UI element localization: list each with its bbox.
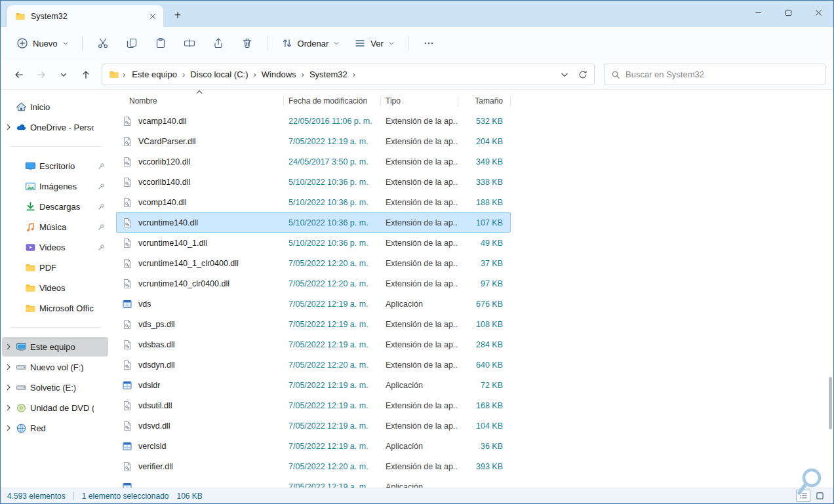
sidebar-item-videos[interactable]: Videos [2,237,108,257]
table-row[interactable]: vdsbas.dll 7/05/2022 12:19 a. m. Extensi… [116,334,511,355]
maximize-button[interactable] [773,1,803,24]
search-input[interactable] [626,69,818,79]
view-button[interactable]: Ver [348,32,401,54]
column-header-type[interactable]: Tipo [381,92,458,109]
breadcrumb-separator-icon[interactable]: › [351,69,357,79]
chevron-right-icon[interactable] [14,162,22,170]
share-button[interactable] [205,32,232,54]
breadcrumb-separator-icon[interactable]: › [251,69,258,79]
thumbnails-view-button[interactable] [812,490,827,502]
table-row[interactable]: vds_ps.dll 7/05/2022 12:19 a. m. Extensi… [116,314,511,334]
breadcrumb-separator-icon[interactable]: › [300,69,306,79]
sidebar-item-música[interactable]: Música [2,217,108,237]
rename-button[interactable] [176,32,203,54]
table-row[interactable]: vds 7/05/2022 12:19 a. m. Aplicación 676… [116,294,511,314]
address-dropdown-chevron-icon[interactable] [560,70,569,79]
paste-button[interactable] [147,32,174,54]
sidebar-item-inicio[interactable]: Inicio [2,97,108,117]
up-button[interactable] [75,64,96,85]
sidebar-item-unidad-de-dvd-d[interactable]: Unidad de DVD (D:) [2,398,108,417]
table-row[interactable]: vcruntime140_clr0400.dll 7/05/2022 12:20… [116,273,511,294]
more-options-button[interactable] [415,32,443,54]
table-row[interactable]: vcamp140.dll 22/05/2016 11:06 p. m. Exte… [116,111,511,131]
cell-name: vcruntime140_1_clr0400.dll [116,258,284,269]
table-row[interactable]: 7/05/2022 12:19 a. m. Aplicación [116,476,511,488]
chevron-right-icon[interactable] [5,363,12,371]
folder-icon [25,303,36,314]
chevron-right-icon[interactable] [14,284,22,292]
chevron-right-icon[interactable] [14,223,22,231]
table-row[interactable]: vcruntime140.dll 5/10/2022 10:36 p. m. E… [116,212,511,233]
table-row[interactable]: vdsdyn.dll 7/05/2022 12:20 a. m. Extensi… [116,355,511,375]
file-date: 7/05/2022 12:19 a. m. [284,482,381,488]
file-explorer-window: System32 + Nuevo [0,0,834,504]
pin-icon [97,223,106,231]
chevron-right-icon[interactable] [5,343,12,351]
minimize-button[interactable] [743,1,773,24]
tab-close-icon[interactable] [146,10,159,23]
sidebar-item-escritorio[interactable]: Escritorio [2,156,108,176]
table-row[interactable]: vdsvd.dll 7/05/2022 12:19 a. m. Extensió… [116,416,511,436]
pin-icon [97,424,106,433]
breadcrumb-item[interactable]: Este equipo [129,68,180,81]
back-button[interactable] [9,64,30,85]
chevron-right-icon[interactable] [5,404,12,412]
new-button[interactable]: Nuevo [10,32,75,54]
sidebar-item-pdf[interactable]: PDF [2,258,108,277]
chevron-right-icon[interactable] [14,203,22,210]
sidebar-item-descargas[interactable]: Descargas [2,197,108,216]
file-date: 22/05/2016 11:06 p. m. [284,117,381,126]
column-header-size[interactable]: Tamaño [458,92,511,109]
details-view-button[interactable] [796,490,810,502]
table-row[interactable]: verclsid 7/05/2022 12:19 a. m. Aplicació… [116,436,511,456]
table-row[interactable]: vcruntime140_1.dll 5/10/2022 10:36 p. m.… [116,233,511,253]
chevron-right-icon[interactable] [5,424,12,432]
table-row[interactable]: vcomp140.dll 5/10/2022 10:36 p. m. Exten… [116,192,511,212]
forward-button[interactable] [31,64,52,85]
file-type: Extensión de la ap... [381,360,458,370]
chevron-right-icon[interactable] [14,263,22,271]
sidebar-item-solvetic-e[interactable]: Solvetic (E:) [2,378,108,397]
chevron-right-icon[interactable] [5,123,12,131]
recent-locations-button[interactable] [53,64,74,85]
table-row[interactable]: vccorlib120.dll 24/05/2017 3:50 p. m. Ex… [116,151,511,172]
vertical-scrollbar-thumb[interactable] [829,377,832,429]
table-row[interactable]: vccorlib140.dll 5/10/2022 10:36 p. m. Ex… [116,172,511,192]
table-row[interactable]: vdsldr 7/05/2022 12:19 a. m. Aplicación … [116,375,511,395]
breadcrumb-item[interactable]: System32 [306,68,351,81]
cut-button[interactable] [89,32,117,54]
tab-system32[interactable]: System32 [7,5,163,27]
table-row[interactable]: verifier.dll 7/05/2022 12:20 a. m. Exten… [116,456,511,476]
chevron-right-icon[interactable] [5,383,12,391]
sidebar-item-imágenes[interactable]: Imágenes [2,176,108,196]
address-bar[interactable]: › Este equipo›Disco local (C:)›Windows›S… [102,64,595,85]
table-row[interactable]: vcruntime140_1_clr0400.dll 7/05/2022 12:… [116,253,511,273]
table-row[interactable]: vdsutil.dll 7/05/2022 12:19 a. m. Extens… [116,395,511,416]
chevron-right-icon[interactable] [14,182,22,190]
new-tab-button[interactable]: + [169,7,187,24]
refresh-icon[interactable] [578,70,587,79]
copy-button[interactable] [118,32,146,54]
column-header-name[interactable]: Nombre [116,92,284,109]
breadcrumb-separator-icon[interactable]: › [180,69,187,79]
delete-button[interactable] [233,32,261,54]
sidebar-item-onedrive-persona[interactable]: OneDrive - Persona [2,117,108,137]
chevron-right-icon[interactable] [14,304,22,312]
sort-button[interactable]: Ordenar [275,32,347,54]
search-box[interactable] [604,64,825,85]
column-header-date[interactable]: Fecha de modificación [284,92,381,109]
sidebar-item-videos[interactable]: Videos [2,278,108,298]
sidebar-item-microsoft-office-20[interactable]: Microsoft Office 20 [2,298,108,318]
dll-file-icon [122,360,132,370]
chevron-right-icon[interactable] [14,243,22,251]
sidebar-item-nuevo-vol-f[interactable]: Nuevo vol (F:) [2,357,108,377]
table-row[interactable]: VCardParser.dll 7/05/2022 12:19 a. m. Ex… [116,131,511,151]
breadcrumb-item[interactable]: Disco local (C:) [187,68,251,81]
pin-icon [97,363,106,372]
sidebar-item-red[interactable]: Red [2,418,108,438]
chevron-right-icon[interactable] [5,103,12,111]
close-button[interactable] [803,1,833,24]
breadcrumb-item[interactable]: Windows [258,68,300,81]
file-type: Extensión de la ap... [381,259,458,268]
sidebar-item-este-equipo[interactable]: Este equipo [2,337,108,357]
